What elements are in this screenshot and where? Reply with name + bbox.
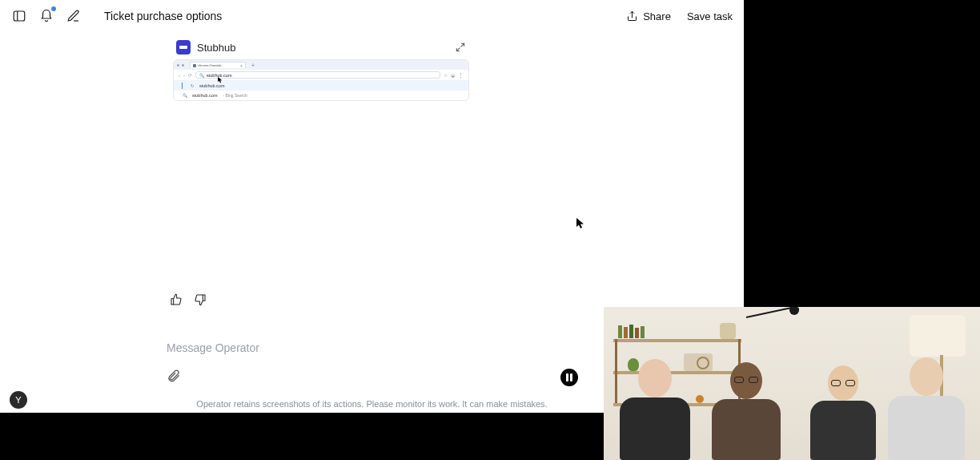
webcam-overlay xyxy=(604,307,980,460)
person-icon xyxy=(810,365,876,460)
user-avatar[interactable]: Y xyxy=(10,391,27,409)
tab-favicon-icon xyxy=(193,64,196,67)
new-tab-icon[interactable]: + xyxy=(251,63,255,68)
cursor-icon xyxy=(576,218,584,229)
browser-card-title: Stubhub xyxy=(197,42,235,54)
expand-icon[interactable] xyxy=(455,42,466,53)
mini-browser-tab[interactable]: chrome://newtab × xyxy=(190,62,246,68)
pause-button[interactable] xyxy=(560,369,578,386)
feedback-bar xyxy=(170,293,208,308)
attach-button[interactable] xyxy=(167,369,184,386)
share-icon xyxy=(626,10,638,22)
suggestion-row[interactable]: 🔍 stubhub.com - Bing Search xyxy=(174,91,468,100)
suggestion-text: stubhub.com xyxy=(199,83,225,88)
page-title: Ticket purchase options xyxy=(104,10,222,22)
avatar-initial: Y xyxy=(15,395,21,405)
compose-icon[interactable] xyxy=(66,8,82,24)
save-task-button[interactable]: Save task xyxy=(687,10,733,22)
share-button[interactable]: Share xyxy=(626,10,671,22)
message-placeholder: Message Operator xyxy=(167,341,576,354)
back-icon[interactable]: ‹ xyxy=(179,73,180,78)
sidebar-toggle-icon[interactable] xyxy=(11,8,27,24)
mini-tab-label: chrome://newtab xyxy=(198,63,222,67)
suggestion-text: stubhub.com xyxy=(192,93,218,98)
search-icon: 🔍 xyxy=(199,73,204,78)
share-label: Share xyxy=(643,10,671,22)
star-icon[interactable]: ☆ xyxy=(444,72,448,78)
notification-dot xyxy=(51,6,56,11)
close-tab-icon[interactable]: × xyxy=(240,63,243,68)
mini-address-input[interactable]: 🔍 stubhub.com xyxy=(195,71,440,79)
stubhub-logo-icon xyxy=(176,40,191,54)
paperclip-icon xyxy=(167,369,181,383)
reload-icon[interactable]: ⟳ xyxy=(188,72,192,78)
thumbs-up-button[interactable] xyxy=(170,293,184,308)
mini-tab-strip: chrome://newtab × + xyxy=(174,60,468,70)
person-icon xyxy=(888,357,965,460)
profile-icon[interactable]: ◒ xyxy=(451,72,455,78)
menu-icon[interactable]: ⋮ xyxy=(458,72,464,79)
search-icon: 🔍 xyxy=(182,93,188,98)
thumbs-down-button[interactable] xyxy=(194,293,208,308)
message-input[interactable]: Message Operator xyxy=(167,341,576,354)
person-icon xyxy=(712,362,781,460)
pause-icon xyxy=(566,373,572,381)
person-icon xyxy=(620,359,690,460)
browser-preview-card: Stubhub chrome://newtab × + ‹ xyxy=(173,35,469,101)
top-bar: Ticket purchase options Share Save task xyxy=(0,0,744,32)
history-icon: ↻ xyxy=(189,83,195,88)
suggestion-sub: - Bing Search xyxy=(223,93,247,98)
forward-icon[interactable]: › xyxy=(183,73,185,78)
notifications-icon[interactable] xyxy=(38,8,54,24)
svg-rect-0 xyxy=(14,11,25,21)
mini-cursor-icon xyxy=(218,72,223,79)
save-task-label: Save task xyxy=(687,10,733,22)
mini-suggestions: ↻ stubhub.com 🔍 stubhub.com - Bing Searc… xyxy=(174,81,468,100)
